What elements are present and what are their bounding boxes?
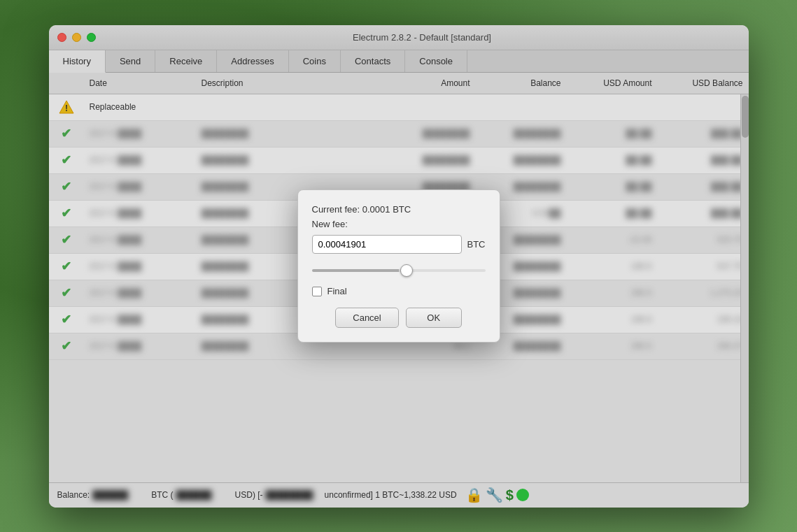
modal-overlay: Current fee: 0.0001 BTC New fee: BTC Fin… [49,25,749,508]
ok-button[interactable]: OK [406,308,462,328]
modal-buttons: Cancel OK [312,308,486,328]
new-fee-label: New fee: [312,219,486,229]
fee-unit-label: BTC [467,239,486,250]
current-fee-label: Current fee: 0.0001 BTC [312,204,486,215]
fee-dialog: Current fee: 0.0001 BTC New fee: BTC Fin… [297,189,500,343]
final-label: Final [327,286,347,296]
fee-input-row: BTC [312,235,486,254]
slider-container [312,262,486,275]
fee-input[interactable] [312,235,462,254]
main-window: Electrum 2.8.2 - Default [standard] Hist… [49,25,749,508]
final-checkbox[interactable] [312,287,322,296]
final-row: Final [312,286,486,296]
cancel-button[interactable]: Cancel [335,308,398,328]
fee-slider[interactable] [312,269,486,272]
